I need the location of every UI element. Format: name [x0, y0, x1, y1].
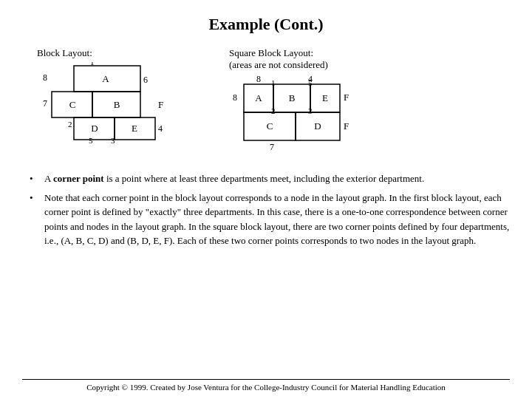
svg-text:3: 3	[111, 136, 115, 145]
svg-text:D: D	[91, 123, 98, 134]
svg-text:C: C	[267, 120, 273, 132]
svg-text:8: 8	[233, 92, 237, 103]
svg-text:B: B	[289, 92, 296, 103]
block-layout-label: Block Layout:	[37, 47, 92, 59]
svg-text:8: 8	[256, 74, 261, 84]
svg-text:E: E	[132, 123, 137, 134]
block-layout-diagram: A C B D E 8	[37, 62, 185, 151]
svg-text:6: 6	[143, 75, 148, 85]
page-title: Example (Cont.)	[22, 15, 510, 34]
svg-text:1: 1	[271, 78, 276, 87]
block-layout-section: Block Layout: A C	[37, 47, 185, 151]
bullet-item-2: • Note that each corner point in the blo…	[30, 191, 510, 248]
svg-text:C: C	[69, 99, 76, 110]
square-layout-diagram: 8 4 A B E C	[229, 72, 399, 161]
svg-text:F: F	[344, 92, 349, 103]
svg-text:3: 3	[308, 106, 313, 115]
svg-text:A: A	[102, 73, 109, 84]
bullet-text-1: A corner point is a point where at least…	[44, 171, 510, 186]
svg-text:F: F	[344, 120, 349, 132]
svg-text:2: 2	[68, 120, 72, 129]
square-layout-section: Square Block Layout: (areas are not cons…	[229, 47, 399, 161]
bullet-dot-2: •	[30, 191, 44, 205]
svg-text:7: 7	[43, 98, 47, 109]
svg-text:5: 5	[89, 136, 93, 145]
square-layout-label: Square Block Layout: (areas are not cons…	[229, 47, 328, 71]
svg-text:2: 2	[271, 106, 276, 115]
svg-text:8: 8	[43, 72, 47, 83]
svg-text:7: 7	[270, 142, 274, 152]
bullet-dot-1: •	[30, 171, 44, 186]
svg-text:4: 4	[158, 123, 163, 134]
svg-text:1: 1	[90, 62, 95, 66]
diagrams-row: Block Layout: A C	[22, 47, 510, 161]
svg-text:5: 5	[308, 78, 313, 87]
page: Example (Cont.) Block Layout: A C	[0, 0, 532, 399]
bullet-text-2: Note that each corner point in the block…	[44, 191, 510, 248]
svg-text:A: A	[255, 92, 262, 103]
bullets-section: • A corner point is a point where at lea…	[30, 171, 510, 253]
copyright: Copyright © 1999. Created by Jose Ventur…	[22, 379, 510, 392]
svg-text:E: E	[322, 92, 328, 103]
svg-text:B: B	[114, 99, 120, 110]
svg-text:F: F	[158, 99, 163, 110]
bullet-item-1: • A corner point is a point where at lea…	[30, 171, 510, 186]
svg-text:D: D	[314, 120, 321, 132]
